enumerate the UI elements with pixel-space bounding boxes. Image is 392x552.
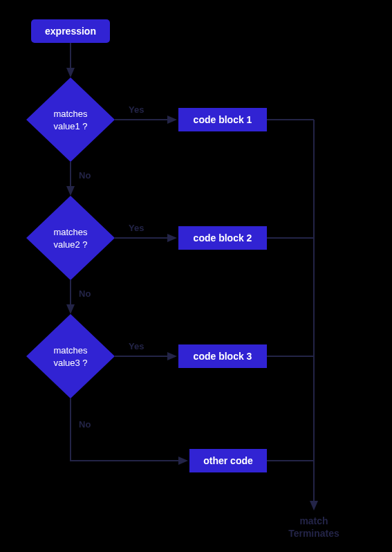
decision-3: matches value3 ?: [26, 314, 115, 398]
other-code-label: other code: [203, 455, 253, 466]
no-label-1: No: [79, 170, 91, 181]
decision-1-line2: value1 ?: [53, 121, 87, 131]
yes-label-1: Yes: [129, 104, 144, 115]
yes-label-2: Yes: [129, 223, 144, 233]
code-block-3: code block 3: [178, 344, 267, 368]
code-block-2-label: code block 2: [194, 232, 252, 243]
start-label: expression: [45, 26, 96, 37]
decision-2-line1: matches: [53, 227, 88, 237]
svg-marker-5: [26, 314, 115, 398]
start-node: expression: [31, 19, 110, 43]
terminate-line1: match: [299, 515, 328, 526]
code-block-3-label: code block 3: [194, 351, 252, 362]
decision-2: matches value2 ?: [26, 196, 115, 280]
code-block-2: code block 2: [178, 226, 267, 250]
svg-marker-3: [26, 196, 115, 280]
no-label-2: No: [79, 288, 91, 299]
terminate-line2: Terminates: [288, 528, 339, 539]
decision-1-line1: matches: [53, 109, 88, 119]
code-block-1: code block 1: [178, 108, 267, 131]
yes-label-3: Yes: [129, 341, 144, 351]
decision-1: matches value1 ?: [26, 77, 115, 162]
decision-2-line2: value2 ?: [53, 239, 87, 250]
decision-3-line1: matches: [53, 345, 88, 356]
no-label-3: No: [79, 419, 91, 430]
other-code-block: other code: [189, 449, 267, 472]
connector: [71, 398, 187, 461]
code-block-1-label: code block 1: [194, 114, 252, 125]
decision-3-line2: value3 ?: [53, 358, 87, 368]
svg-marker-1: [26, 77, 115, 162]
